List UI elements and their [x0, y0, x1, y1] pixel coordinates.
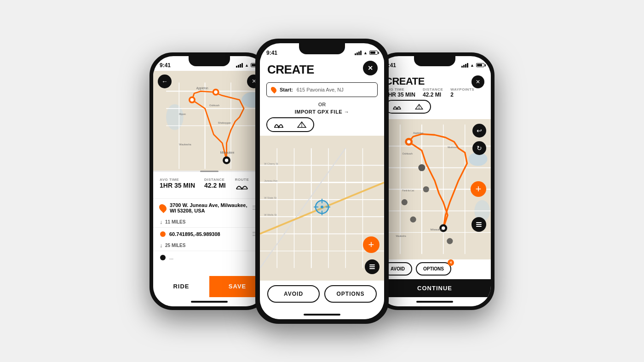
svg-text:W State St: W State St — [264, 196, 276, 199]
right-header: CREATE ✕ AVG TIME 1HR 35 MIN DISTANCE 42… — [379, 71, 491, 119]
bottom-actions-center: AVOID OPTIONS — [260, 281, 384, 310]
route-type-icon — [235, 182, 249, 191]
signal-icon-left — [236, 63, 243, 68]
road-type-icon-right — [392, 103, 402, 110]
svg-point-45 — [321, 206, 323, 208]
svg-point-74 — [410, 216, 416, 222]
layers-button-center[interactable] — [365, 259, 380, 274]
arrow-down-icon: ↓ — [160, 219, 162, 225]
or-divider: OR — [260, 102, 384, 107]
svg-point-75 — [423, 186, 429, 192]
distance-row-1: ↓ 11 MILES — [153, 217, 265, 227]
svg-text:Appleton: Appleton — [196, 86, 208, 90]
start-label: Start: — [280, 87, 293, 92]
route-type-road-right[interactable] — [386, 101, 408, 113]
options-button-right[interactable]: OPTIONS — [416, 262, 451, 276]
arrow-down-icon-2: ↓ — [160, 242, 162, 249]
layers-icon — [368, 263, 376, 270]
waypoints-list: 3700 W. Juneau Ave, Milwaukee, WI 53208,… — [153, 198, 265, 276]
battery-icon-center — [369, 51, 378, 55]
screen-center: CREATE ✕ Start: 615 Pavonia Ave, NJ OR I… — [260, 58, 384, 319]
options-button-center[interactable]: OPTIONS — [324, 285, 377, 303]
svg-text:W Cherry St: W Cherry St — [264, 162, 278, 165]
layers-button-right[interactable] — [472, 217, 486, 232]
avoid-button-center[interactable]: AVOID — [267, 285, 320, 303]
home-indicator-right — [379, 297, 491, 306]
svg-text:Sheboygan: Sheboygan — [218, 121, 231, 124]
options-badge: 4 — [448, 259, 454, 266]
waypoint-start-text: 3700 W. Juneau Ave, Milwaukee, WI 53208,… — [170, 202, 249, 213]
distance-stat-right: DISTANCE 42.2 MI — [423, 87, 443, 98]
notch-left — [189, 56, 230, 66]
bottom-actions-right: AVOID OPTIONS 4 — [379, 259, 491, 279]
screen-left: ← ✕ — [153, 71, 265, 306]
layers-icon-right — [475, 221, 483, 228]
distance-text-2: 25 MILES — [165, 243, 185, 248]
avg-time-stat: AVG TIME 1HR 35 MIN — [160, 178, 195, 191]
start-value: 615 Pavonia Ave, NJ — [297, 87, 344, 92]
waypoints-stat-right: WAYPOINTS 2 — [450, 87, 474, 98]
status-icons-center: ▲ — [355, 51, 378, 55]
ride-button[interactable]: RIDE — [153, 276, 209, 297]
end-pin-icon — [160, 255, 166, 260]
redo-button[interactable]: ↻ — [472, 141, 486, 155]
notch-right — [414, 56, 455, 66]
distance-label-right: DISTANCE — [423, 87, 443, 92]
create-header-center: CREATE ✕ — [260, 58, 384, 80]
crosshair — [314, 199, 330, 217]
route-type-offroad-right[interactable] — [408, 101, 430, 113]
continue-button[interactable]: CONTINUE — [379, 279, 491, 297]
route-stats-left: AVG TIME 1HR 35 MIN DISTANCE 42.2 MI ROU… — [160, 176, 259, 191]
bottom-bar-left: RIDE SAVE — [153, 276, 265, 297]
avg-time-value-right: 1HR 35 MIN — [385, 92, 415, 98]
scene: 9:41 ▲ — [0, 0, 644, 362]
distance-label: DISTANCE — [204, 178, 226, 182]
time-center: 9:41 — [266, 50, 277, 56]
back-button[interactable]: ← — [158, 75, 172, 88]
route-stat: ROUTE — [235, 178, 249, 191]
scroll-indicator-left — [153, 171, 265, 172]
svg-text:Waukesha: Waukesha — [396, 235, 406, 237]
svg-rect-52 — [369, 268, 375, 269]
svg-point-76 — [447, 238, 453, 244]
waypoint-start: 3700 W. Juneau Ave, Milwaukee, WI 53208,… — [153, 198, 265, 217]
close-button-center[interactable]: ✕ — [363, 61, 378, 75]
svg-point-12 — [214, 90, 218, 94]
waypoints-label-right: WAYPOINTS — [450, 87, 474, 92]
map-area-right: Appleton Oshkosh Manitowoc Fond du Lac M… — [379, 119, 491, 259]
svg-text:Fond du Lac: Fond du Lac — [402, 190, 415, 192]
battery-icon-right — [476, 63, 484, 67]
map-area-center: W Cherry St Juneau Ave W State St W Well… — [260, 136, 384, 281]
svg-rect-50 — [369, 264, 375, 265]
import-gpx-button[interactable]: IMPORT GPX FILE → — [260, 109, 384, 115]
map-left: ← ✕ — [153, 71, 265, 172]
route-type-offroad-center[interactable] — [290, 118, 313, 131]
undo-button[interactable]: ↩ — [472, 124, 486, 138]
svg-text:Manitowoc: Manitowoc — [448, 146, 458, 149]
home-indicator-center — [260, 310, 384, 319]
phone-left: 9:41 ▲ — [150, 52, 269, 310]
road-type-icon — [274, 121, 284, 128]
distance-row-2: ↓ 25 MILES — [153, 241, 265, 251]
svg-point-10 — [190, 98, 194, 102]
distance-text-1: 11 MILES — [165, 219, 185, 224]
dot-pin-icon — [160, 231, 166, 237]
signal-icon-center — [355, 51, 362, 55]
close-button-right[interactable]: ✕ — [472, 75, 484, 88]
waypoint-end-partial: ... — [153, 251, 265, 264]
avg-time-stat-right: AVG TIME 1HR 35 MIN — [385, 87, 415, 98]
waypoints-value-right: 2 — [450, 92, 474, 98]
svg-rect-85 — [476, 226, 482, 227]
svg-text:Appleton: Appleton — [413, 132, 423, 134]
add-waypoint-button-center[interactable]: + — [363, 236, 380, 253]
svg-rect-51 — [369, 266, 375, 267]
time-left: 9:41 — [160, 62, 171, 69]
route-type-road-center[interactable] — [267, 118, 290, 131]
wifi-icon-left: ▲ — [245, 63, 249, 68]
status-icons-right: ▲ — [461, 63, 484, 68]
waypoint-end-text: ... — [169, 255, 259, 260]
waypoint-mid: 60.741895,-85.989308 — [153, 227, 265, 241]
add-waypoint-button-right[interactable]: + — [471, 181, 486, 197]
start-input-container[interactable]: Start: 615 Pavonia Ave, NJ — [266, 82, 378, 97]
phone-right: 9:41 ▲ — [375, 52, 494, 310]
